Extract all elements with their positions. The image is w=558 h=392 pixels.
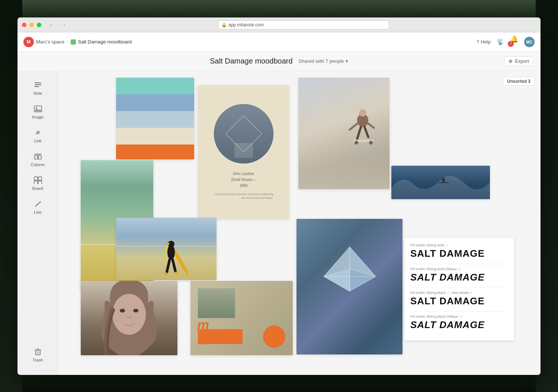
type-row-1: Pill Gothic 300mg Bold ◇ SALT DAMAGE (410, 243, 508, 259)
trash-icon (33, 347, 42, 356)
svg-point-43 (112, 294, 146, 335)
svg-rect-12 (38, 181, 42, 184)
shared-people-button[interactable]: Shared with 7 people ▾ (299, 58, 348, 64)
lock-icon: 🔒 (221, 22, 227, 27)
svg-rect-8 (38, 156, 41, 159)
swatch-cream (116, 128, 194, 145)
type-display-3: SALT DAMAGE (410, 295, 508, 307)
swatch-teal (116, 78, 194, 94)
svg-point-28 (442, 178, 445, 182)
svg-rect-6 (35, 154, 41, 155)
chevron-down-icon: ▾ (346, 58, 348, 64)
skater-figure (346, 109, 376, 161)
color-swatches-card[interactable] (116, 78, 194, 159)
type-divider-3 (410, 311, 508, 312)
app-body: Note Image (17, 71, 541, 375)
export-button[interactable]: ⊕ Export (504, 56, 533, 66)
board-title-bar: Salt Damage moodboard Shared with 7 peop… (17, 52, 541, 71)
svg-rect-0 (35, 82, 41, 83)
sidebar-item-board[interactable]: Board (17, 172, 58, 194)
board-title: Salt Damage moodboard (210, 57, 292, 65)
notification-area[interactable]: 🔔 7 (510, 35, 518, 49)
line-icon (33, 200, 42, 208)
code-icon-3: ◇ (447, 291, 450, 295)
collage-orange-circle (263, 325, 285, 348)
unsorted-badge[interactable]: Unsorted 3 (503, 77, 535, 86)
breadcrumb: M Marc's space › Salt Damage moodboard (23, 37, 132, 47)
svg-line-33 (167, 260, 170, 273)
type-label-1: Pill Gothic 300mg Bold ◇ (410, 243, 508, 247)
sidebar-item-line[interactable]: Line (17, 196, 58, 218)
sidebar-link-label: Link (34, 139, 41, 143)
sidebar-note-label: Note (33, 91, 42, 95)
type-display-4: SALT DAMAGE (410, 319, 508, 331)
svg-line-13 (35, 202, 41, 206)
portrait-figure (96, 281, 163, 355)
svg-line-24 (366, 122, 374, 128)
type-label-2: Pill Gothic 300mg Bold Oblique ◇ (410, 267, 508, 271)
workspace-link[interactable]: Marc's space (36, 39, 64, 45)
poster-text: John Lautner Elrod House— 1960 Lorem ips… (214, 171, 273, 200)
notification-badge: 7 (508, 41, 514, 47)
svg-point-44 (120, 309, 125, 312)
sidebar-item-column[interactable]: Column (17, 148, 58, 171)
photo-skater[interactable] (298, 78, 389, 189)
note-icon (33, 81, 42, 90)
board-color-dot (71, 39, 76, 45)
sidebar-item-link[interactable]: Link (17, 124, 58, 147)
unsorted-label: Unsorted (507, 79, 527, 84)
board-icon (33, 176, 42, 185)
back-button[interactable]: ‹ (47, 21, 55, 29)
code-icon-1: ◇ (446, 243, 448, 247)
user-avatar[interactable]: MC (524, 37, 535, 47)
type-divider-2 (410, 288, 508, 288)
photo-origami[interactable] (296, 219, 403, 354)
photo-surfer[interactable] (116, 218, 217, 280)
svg-line-5 (37, 132, 39, 133)
svg-point-45 (133, 309, 138, 312)
photo-collage[interactable]: m d (190, 281, 293, 355)
typography-card[interactable]: Pill Gothic 300mg Bold ◇ SALT DAMAGE Pil… (404, 238, 514, 340)
browser-window: ‹ › 🔒 app.milanote.com M Marc's space › … (17, 17, 541, 375)
image-icon (33, 104, 42, 113)
svg-point-27 (369, 141, 373, 145)
address-bar[interactable]: 🔒 app.milanote.com (218, 20, 389, 29)
broadcast-icon: 📡 (497, 38, 504, 45)
svg-point-36 (174, 272, 178, 275)
column-icon (33, 152, 42, 161)
minimize-button[interactable] (29, 23, 34, 27)
fullscreen-button[interactable] (37, 23, 41, 27)
help-icon: ? (477, 39, 479, 45)
browser-titlebar: ‹ › 🔒 app.milanote.com (17, 17, 541, 32)
type-divider-1 (410, 264, 508, 264)
svg-rect-2 (35, 86, 39, 87)
code-icon-4: ◇ (460, 315, 462, 318)
svg-rect-11 (34, 181, 38, 184)
svg-rect-7 (35, 156, 38, 159)
close-button[interactable] (22, 23, 26, 27)
sidebar-item-trash[interactable]: Trash (17, 344, 58, 366)
photo-portrait[interactable] (81, 281, 177, 355)
svg-line-34 (173, 260, 176, 272)
svg-rect-14 (36, 350, 40, 355)
view-details-link[interactable]: View details + (451, 291, 472, 295)
type-display-2: SALT DAMAGE (410, 272, 508, 283)
type-row-2: Pill Gothic 300mg Bold Oblique ◇ SALT DA… (410, 267, 508, 283)
swatch-blue1 (116, 94, 194, 111)
canvas[interactable]: Unsorted 3 (58, 71, 541, 375)
poster-circle (214, 104, 273, 163)
swatch-blue2 (116, 111, 194, 128)
svg-point-35 (164, 272, 168, 275)
brand-logo: M (23, 37, 34, 47)
forward-button[interactable]: › (61, 21, 68, 29)
board-name-breadcrumb[interactable]: Salt Damage moodboard (78, 39, 132, 45)
sidebar-item-image[interactable]: Image (17, 101, 58, 123)
link-icon (33, 128, 42, 137)
sidebar-line-label: Line (34, 210, 42, 214)
photo-wave[interactable] (391, 166, 490, 199)
svg-point-26 (355, 141, 358, 145)
help-button[interactable]: ? Help (477, 39, 491, 45)
poster-card[interactable]: John Lautner Elrod House— 1960 Lorem ips… (198, 85, 289, 219)
sidebar-item-note[interactable]: Note (17, 77, 58, 99)
broadcast-button[interactable]: 📡 (497, 38, 504, 45)
